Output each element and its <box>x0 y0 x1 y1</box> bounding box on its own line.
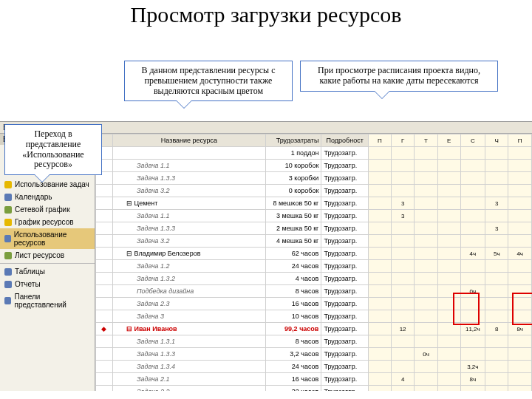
day-cell[interactable] <box>391 361 414 373</box>
day-cell[interactable] <box>437 172 460 185</box>
column-header[interactable]: С <box>460 134 485 147</box>
day-cell[interactable]: 4ч <box>460 248 485 260</box>
day-cell[interactable] <box>368 160 391 172</box>
day-cell[interactable] <box>508 147 532 160</box>
day-cell[interactable] <box>485 285 508 298</box>
resource-name-cell[interactable]: Задача 1.3.4 <box>112 361 265 373</box>
day-cell[interactable] <box>391 147 414 160</box>
day-cell[interactable] <box>485 335 508 348</box>
column-header[interactable]: Подробност <box>321 134 369 147</box>
day-cell[interactable] <box>460 172 485 185</box>
day-cell[interactable] <box>391 348 414 361</box>
table-row[interactable]: Задача 1.3.24 часовТрудозатр. <box>96 273 532 285</box>
day-cell[interactable] <box>460 273 485 285</box>
day-cell[interactable] <box>391 185 414 197</box>
day-cell[interactable] <box>460 210 485 222</box>
day-cell[interactable] <box>368 248 391 260</box>
day-cell[interactable] <box>391 260 414 273</box>
day-cell[interactable] <box>485 298 508 310</box>
resource-name-cell[interactable]: Задача 1.3.3 <box>112 348 265 361</box>
day-cell[interactable] <box>368 210 391 222</box>
day-cell[interactable] <box>437 348 460 361</box>
column-header[interactable]: Ч <box>485 134 508 147</box>
day-cell[interactable] <box>415 222 437 235</box>
table-row[interactable]: Задача 1.3.32 мешка 50 кгТрудозатр.3 <box>96 222 532 235</box>
day-cell[interactable] <box>437 147 460 160</box>
day-cell[interactable]: 8ч <box>460 373 485 386</box>
day-cell[interactable] <box>368 298 391 310</box>
day-cell[interactable] <box>415 310 437 323</box>
day-cell[interactable] <box>485 185 508 197</box>
sidebar-item[interactable]: Сетевой график <box>0 203 95 216</box>
day-cell[interactable] <box>485 310 508 323</box>
day-cell[interactable] <box>415 335 437 348</box>
resource-name-cell[interactable]: Задача 3 <box>112 310 265 323</box>
day-cell[interactable] <box>508 185 532 197</box>
resource-name-cell[interactable]: Подбедка дизайна <box>112 285 265 298</box>
day-cell[interactable] <box>508 386 532 392</box>
resource-name-cell[interactable]: ⊟ Иван Иванов <box>112 323 265 335</box>
column-header[interactable]: П <box>368 134 391 147</box>
day-cell[interactable] <box>460 222 485 235</box>
day-cell[interactable] <box>437 335 460 348</box>
day-cell[interactable] <box>508 172 532 185</box>
sidebar-item[interactable]: Календарь <box>0 191 95 203</box>
table-row[interactable]: Задача 1.3.33 коробкиТрудозатр. <box>96 172 532 185</box>
day-cell[interactable] <box>415 160 437 172</box>
table-row[interactable]: Задача 2.232 часовТрудозатр. <box>96 386 532 392</box>
resource-name-cell[interactable]: Задача 1.1 <box>112 210 265 222</box>
day-cell[interactable] <box>437 386 460 392</box>
day-cell[interactable] <box>415 172 437 185</box>
day-cell[interactable] <box>415 147 437 160</box>
sidebar-item[interactable]: Панели представлений <box>0 290 95 311</box>
day-cell[interactable]: 4ч <box>508 248 532 260</box>
day-cell[interactable]: 12 <box>391 323 414 335</box>
day-cell[interactable] <box>437 197 460 210</box>
day-cell[interactable] <box>368 222 391 235</box>
day-cell[interactable] <box>508 361 532 373</box>
resource-name-cell[interactable]: Задача 1.3.3 <box>112 172 265 185</box>
day-cell[interactable] <box>485 386 508 392</box>
resource-name-cell[interactable]: Задача 2.1 <box>112 373 265 386</box>
day-cell[interactable] <box>368 386 391 392</box>
day-cell[interactable] <box>460 348 485 361</box>
day-cell[interactable] <box>415 285 437 298</box>
day-cell[interactable] <box>391 310 414 323</box>
day-cell[interactable] <box>437 210 460 222</box>
table-row[interactable]: ⊟ Владимир Белозеров62 часовТрудозатр.4ч… <box>96 248 532 260</box>
day-cell[interactable] <box>485 373 508 386</box>
column-header[interactable]: Т <box>415 134 437 147</box>
resource-name-cell[interactable]: Задача 1.3.2 <box>112 273 265 285</box>
resource-name-cell[interactable]: ⊟ Владимир Белозеров <box>112 248 265 260</box>
resource-name-cell[interactable]: ⊟ Цемент <box>112 197 265 210</box>
day-cell[interactable] <box>368 361 391 373</box>
day-cell[interactable] <box>391 248 414 260</box>
day-cell[interactable] <box>415 273 437 285</box>
day-cell[interactable] <box>368 235 391 248</box>
sidebar-item[interactable]: Таблицы <box>0 265 95 278</box>
column-header[interactable]: Г <box>391 134 414 147</box>
day-cell[interactable]: 3 <box>485 197 508 210</box>
table-row[interactable]: ⊟ Цемент8 мешков 50 кгТрудозатр.33 <box>96 197 532 210</box>
day-cell[interactable] <box>368 285 391 298</box>
resource-name-cell[interactable]: Задача 2.3 <box>112 298 265 310</box>
resource-name-cell[interactable] <box>112 147 265 160</box>
day-cell[interactable] <box>437 248 460 260</box>
table-row[interactable]: Задача 1.110 коробокТрудозатр. <box>96 160 532 172</box>
sidebar-item[interactable]: Использование ресурсов <box>0 228 95 249</box>
table-row[interactable]: Задача 2.116 часовТрудозатр.48ч <box>96 373 532 386</box>
table-row[interactable]: Задача 3.20 коробокТрудозатр. <box>96 185 532 197</box>
day-cell[interactable]: 3 <box>485 222 508 235</box>
day-cell[interactable] <box>508 222 532 235</box>
day-cell[interactable] <box>508 197 532 210</box>
day-cell[interactable]: 5ч <box>485 248 508 260</box>
day-cell[interactable] <box>415 298 437 310</box>
day-cell[interactable] <box>437 260 460 273</box>
resource-name-cell[interactable]: Задача 1.2 <box>112 260 265 273</box>
day-cell[interactable] <box>437 273 460 285</box>
day-cell[interactable]: 8 <box>485 323 508 335</box>
day-cell[interactable] <box>368 323 391 335</box>
resource-name-cell[interactable]: Задача 3.2 <box>112 185 265 197</box>
resource-name-cell[interactable]: Задача 1.1 <box>112 160 265 172</box>
sidebar-item[interactable]: График ресурсов <box>0 216 95 228</box>
